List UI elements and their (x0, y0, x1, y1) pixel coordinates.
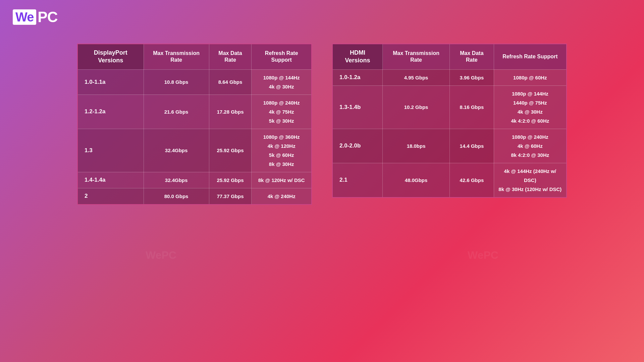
displayport-header-row: DisplayPort Versions Max Transmission Ra… (77, 44, 312, 69)
dp-transmission-3: 32.4Gbps (144, 172, 209, 188)
hdmi-row-0: 1.0-1.2a4.95 Gbps3.96 Gbps1080p @ 60Hz (332, 69, 567, 85)
hdmi-refresh-0: 1080p @ 60Hz (494, 69, 567, 85)
dp-header-max-data: Max Data Rate (209, 44, 252, 69)
hdmi-version-3: 2.1 (332, 163, 383, 197)
hdmi-table-wrapper: HDMI Versions Max Transmission Rate Max … (332, 44, 567, 205)
dp-version-0: 1.0-1.1a (77, 69, 144, 95)
hdmi-transmission-1: 10.2 Gbps (383, 85, 450, 129)
logo: We PC (13, 9, 57, 25)
dp-data-4: 77.37 Gbps (209, 188, 252, 204)
logo-pc: PC (38, 10, 57, 24)
dp-row-4: 280.0 Gbps77.37 Gbps4k @ 240Hz (77, 188, 312, 204)
dp-header-max-transmission: Max Transmission Rate (144, 44, 209, 69)
hdmi-transmission-3: 48.0Gbps (383, 163, 450, 197)
dp-header-refresh: Refresh Rate Support (252, 44, 312, 69)
dp-data-0: 8.64 Gbps (209, 69, 252, 95)
hdmi-data-0: 3.96 Gbps (450, 69, 494, 85)
dp-transmission-4: 80.0 Gbps (144, 188, 209, 204)
dp-data-3: 25.92 Gbps (209, 172, 252, 188)
hdmi-version-1: 1.3-1.4b (332, 85, 383, 129)
dp-refresh-4: 4k @ 240Hz (252, 188, 312, 204)
hdmi-version-0: 1.0-1.2a (332, 69, 383, 85)
hdmi-data-1: 8.16 Gbps (450, 85, 494, 129)
hdmi-header-row: HDMI Versions Max Transmission Rate Max … (332, 44, 567, 69)
dp-row-3: 1.4-1.4a32.4Gbps25.92 Gbps8k @ 120Hz w/ … (77, 172, 312, 188)
dp-data-1: 17.28 Gbps (209, 95, 252, 129)
hdmi-transmission-2: 18.0bps (383, 129, 450, 163)
hdmi-version-2: 2.0-2.0b (332, 129, 383, 163)
dp-transmission-1: 21.6 Gbps (144, 95, 209, 129)
dp-refresh-1: 1080p @ 240Hz4k @ 75Hz5k @ 30Hz (252, 95, 312, 129)
hdmi-refresh-3: 4k @ 144Hz (240Hz w/ DSC)8k @ 30Hz (120H… (494, 163, 567, 197)
dp-row-1: 1.2-1.2a21.6 Gbps17.28 Gbps1080p @ 240Hz… (77, 95, 312, 129)
hdmi-table: HDMI Versions Max Transmission Rate Max … (332, 44, 567, 198)
dp-version-1: 1.2-1.2a (77, 95, 144, 129)
hdmi-header-version: HDMI Versions (332, 44, 383, 69)
hdmi-header-refresh: Refresh Rate Support (494, 44, 567, 69)
dp-transmission-2: 32.4Gbps (144, 129, 209, 172)
dp-data-2: 25.92 Gbps (209, 129, 252, 172)
hdmi-transmission-0: 4.95 Gbps (383, 69, 450, 85)
dp-transmission-0: 10.8 Gbps (144, 69, 209, 95)
dp-header-version: DisplayPort Versions (77, 44, 144, 69)
hdmi-row-3: 2.148.0Gbps42.6 Gbps4k @ 144Hz (240Hz w/… (332, 163, 567, 197)
watermark-right: WePC (468, 249, 498, 261)
tables-container: DisplayPort Versions Max Transmission Ra… (17, 44, 627, 205)
dp-refresh-2: 1080p @ 360Hz4k @ 120Hz5k @ 60Hz8k @ 30H… (252, 129, 312, 172)
dp-refresh-0: 1080p @ 144Hz4k @ 30Hz (252, 69, 312, 95)
hdmi-header-max-transmission: Max Transmission Rate (383, 44, 450, 69)
dp-version-3: 1.4-1.4a (77, 172, 144, 188)
hdmi-header-max-data: Max Data Rate (450, 44, 494, 69)
dp-row-0: 1.0-1.1a10.8 Gbps8.64 Gbps1080p @ 144Hz4… (77, 69, 312, 95)
displayport-table: DisplayPort Versions Max Transmission Ra… (77, 44, 312, 205)
displayport-table-wrapper: DisplayPort Versions Max Transmission Ra… (77, 44, 312, 205)
hdmi-row-2: 2.0-2.0b18.0bps14.4 Gbps1080p @ 240Hz4k … (332, 129, 567, 163)
hdmi-refresh-2: 1080p @ 240Hz4k @ 60Hz8k 4:2:0 @ 30Hz (494, 129, 567, 163)
watermark-left: WePC (146, 249, 176, 261)
dp-version-4: 2 (77, 188, 144, 204)
hdmi-refresh-1: 1080p @ 144Hz1440p @ 75Hz4k @ 30Hz4k 4:2… (494, 85, 567, 129)
dp-row-2: 1.332.4Gbps25.92 Gbps1080p @ 360Hz4k @ 1… (77, 129, 312, 172)
hdmi-data-2: 14.4 Gbps (450, 129, 494, 163)
hdmi-data-3: 42.6 Gbps (450, 163, 494, 197)
hdmi-row-1: 1.3-1.4b10.2 Gbps8.16 Gbps1080p @ 144Hz1… (332, 85, 567, 129)
dp-refresh-3: 8k @ 120Hz w/ DSC (252, 172, 312, 188)
dp-version-2: 1.3 (77, 129, 144, 172)
logo-we: We (13, 9, 36, 25)
